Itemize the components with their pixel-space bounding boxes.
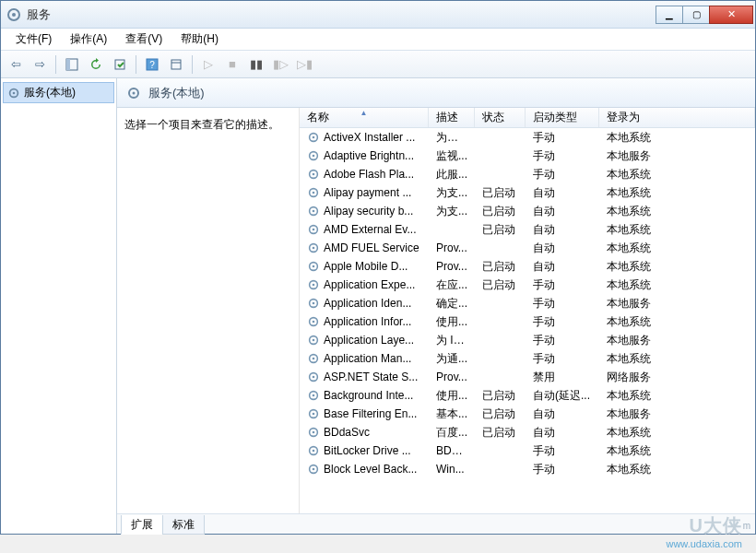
refresh-button[interactable] [85, 53, 107, 76]
stop-service-button[interactable]: ■ [221, 53, 243, 76]
service-row[interactable]: Application Laye...为 In...手动本地服务 [300, 331, 755, 349]
service-logon: 本地系统 [599, 425, 755, 441]
tab-standard[interactable]: 标准 [162, 515, 205, 535]
svg-point-48 [313, 450, 315, 453]
service-logon: 本地系统 [599, 222, 755, 238]
help-button[interactable]: ? [141, 53, 163, 76]
menu-view[interactable]: 查看(V) [116, 29, 171, 50]
separator [55, 55, 56, 74]
service-desc: 此服... [429, 167, 475, 182]
resume-service-button[interactable]: ▮▷ [269, 53, 291, 76]
close-button[interactable] [709, 6, 753, 24]
service-row[interactable]: AMD FUEL ServiceProv...自动本地系统 [300, 239, 755, 257]
menu-action[interactable]: 操作(A) [61, 29, 116, 50]
pause-service-button[interactable]: ▮▮ [245, 53, 267, 76]
service-logon: 本地系统 [599, 241, 755, 256]
forward-button[interactable]: ⇨ [29, 53, 51, 76]
service-startup: 手动 [526, 148, 599, 164]
service-row[interactable]: Adaptive Brightn...监视...手动本地服务 [300, 147, 755, 165]
maximize-button[interactable] [682, 6, 710, 24]
service-row[interactable]: Adobe Flash Pla...此服...手动本地系统 [300, 165, 755, 183]
tree-root-label: 服务(本地) [24, 85, 76, 100]
start-service-button[interactable]: ▷ [197, 53, 219, 76]
service-row[interactable]: Alipay payment ...为支...已启动自动本地系统 [300, 183, 755, 202]
list-body[interactable]: ActiveX Installer ...为从 ...手动本地系统Adaptiv… [300, 128, 755, 513]
svg-text:?: ? [149, 60, 155, 70]
service-desc: Prov... [429, 260, 475, 273]
menu-file[interactable]: 文件(F) [6, 29, 61, 50]
sort-asc-icon: ▲ [360, 109, 368, 117]
service-desc: 基本... [429, 406, 475, 422]
service-row[interactable]: AMD External Ev...已启动自动本地系统 [300, 220, 755, 239]
service-row[interactable]: BDdaSvc百度...已启动自动本地系统 [300, 423, 755, 441]
col-description[interactable]: 描述 [429, 108, 475, 127]
service-desc: Win... [429, 463, 475, 476]
service-startup: 禁用 [526, 370, 599, 385]
service-logon: 本地系统 [599, 185, 755, 201]
service-desc: 为 In... [429, 333, 475, 348]
services-icon [6, 7, 21, 22]
service-desc: 为支... [429, 185, 475, 201]
restart-service-button[interactable]: ▷▮ [293, 53, 315, 76]
gear-icon [7, 87, 20, 100]
tab-extended[interactable]: 扩展 [121, 515, 163, 535]
service-row[interactable]: Background Inte...使用...已启动自动(延迟...本地系统 [300, 386, 755, 405]
service-row[interactable]: ActiveX Installer ...为从 ...手动本地系统 [300, 128, 755, 147]
service-row[interactable]: ASP.NET State S...Prov...禁用网络服务 [300, 368, 755, 386]
svg-point-36 [313, 339, 315, 342]
titlebar[interactable]: 服务 [1, 1, 755, 29]
service-row[interactable]: Application Expe...在应...已启动手动本地系统 [300, 276, 755, 294]
service-status: 已启动 [475, 204, 526, 219]
service-logon: 本地系统 [599, 314, 755, 330]
minimize-button[interactable] [656, 6, 683, 24]
service-row[interactable]: Application Iden...确定...手动本地服务 [300, 294, 755, 312]
service-row[interactable]: Apple Mobile D...Prov...已启动自动本地系统 [300, 257, 755, 276]
svg-point-10 [13, 91, 16, 94]
back-button[interactable]: ⇦ [5, 53, 27, 76]
show-hide-tree-button[interactable] [61, 53, 83, 76]
svg-point-26 [313, 247, 315, 250]
svg-point-20 [313, 192, 315, 194]
service-logon: 本地系统 [599, 130, 755, 146]
col-status[interactable]: 状态 [475, 108, 526, 127]
service-row[interactable]: Block Level Back...Win...手动本地系统 [300, 460, 755, 478]
service-logon: 本地系统 [599, 462, 755, 477]
service-logon: 本地系统 [599, 351, 755, 367]
service-startup: 手动 [526, 167, 599, 182]
col-logon[interactable]: 登录为 [599, 108, 755, 127]
service-name: Alipay payment ... [324, 186, 411, 199]
service-row[interactable]: Base Filtering En...基本...已启动自动本地服务 [300, 405, 755, 423]
tree-root-node[interactable]: 服务(本地) [3, 82, 114, 103]
separator [136, 55, 136, 74]
svg-point-16 [313, 155, 315, 158]
svg-point-18 [313, 173, 315, 176]
service-logon: 本地服务 [599, 333, 755, 348]
service-name: Block Level Back... [324, 463, 417, 476]
col-startup[interactable]: 启动类型 [526, 108, 599, 127]
service-row[interactable]: Alipay security b...为支...已启动自动本地系统 [300, 202, 755, 220]
export-button[interactable] [109, 53, 131, 76]
service-name: Application Laye... [324, 334, 414, 347]
service-name: Adobe Flash Pla... [324, 168, 414, 181]
service-name: ASP.NET State S... [324, 371, 418, 383]
service-status: 已启动 [475, 406, 526, 422]
svg-point-32 [313, 302, 315, 305]
split-body: 选择一个项目来查看它的描述。 名称▲ 描述 状态 启动类型 登录为 Active… [117, 108, 755, 513]
service-startup: 手动 [526, 333, 599, 348]
service-name: Apple Mobile D... [324, 260, 408, 273]
service-startup: 手动 [526, 314, 599, 330]
service-startup: 手动 [526, 443, 599, 459]
service-row[interactable]: Application Man...为通...手动本地系统 [300, 349, 755, 368]
col-name[interactable]: 名称▲ [300, 108, 429, 127]
service-desc: 使用... [429, 388, 475, 404]
service-status: 已启动 [475, 222, 526, 238]
menu-help[interactable]: 帮助(H) [171, 29, 228, 50]
service-name: BitLocker Drive ... [324, 444, 411, 457]
service-name: AMD FUEL Service [324, 241, 419, 254]
service-logon: 本地系统 [599, 388, 755, 404]
service-desc: 使用... [429, 314, 475, 330]
properties-button[interactable] [165, 53, 187, 76]
service-row[interactable]: Application Infor...使用...手动本地系统 [300, 312, 755, 331]
service-startup: 手动 [526, 130, 599, 146]
service-row[interactable]: BitLocker Drive ...BDE...手动本地系统 [300, 441, 755, 460]
